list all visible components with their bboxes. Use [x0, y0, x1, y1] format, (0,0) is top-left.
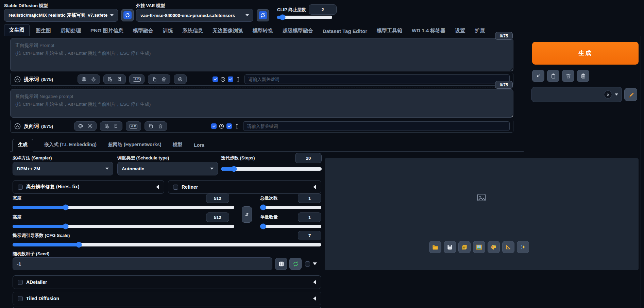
send-to-img2img-button[interactable]: [473, 241, 485, 253]
send-to-inpaint-button[interactable]: [488, 241, 500, 253]
subtab-checkpoints[interactable]: 模型: [172, 139, 183, 151]
slider-handle[interactable]: [260, 205, 266, 210]
tab-settings[interactable]: 设置: [452, 25, 469, 36]
clock-icon[interactable]: [220, 76, 226, 82]
keyword-checkbox-2[interactable]: [228, 76, 233, 82]
copy-icon[interactable]: [148, 123, 154, 129]
prompt-textarea[interactable]: [10, 38, 513, 71]
batch-count-slider[interactable]: [260, 206, 321, 209]
tab-extras[interactable]: 后期处理: [57, 25, 84, 36]
tab-super-merger[interactable]: 超级模型融合: [279, 25, 317, 36]
adetailer-checkbox[interactable]: [18, 280, 23, 285]
generate-button[interactable]: 生成: [532, 42, 639, 65]
clock-icon[interactable]: [219, 123, 224, 129]
delete-trash-icon[interactable]: [161, 76, 167, 82]
seed-extra-checkbox[interactable]: [305, 261, 310, 267]
refiner-checkbox[interactable]: [173, 185, 178, 190]
steps-slider[interactable]: [221, 167, 322, 171]
collapse-chevron-icon[interactable]: [14, 76, 21, 83]
text-cursor-icon[interactable]: [235, 76, 241, 82]
steps-input[interactable]: [295, 153, 322, 163]
tab-infinite-image-browsing[interactable]: 无边图像浏览: [209, 25, 247, 36]
delete-trash-icon[interactable]: [158, 123, 163, 129]
new-keyword-input[interactable]: [244, 74, 510, 84]
slider-handle[interactable]: [63, 205, 69, 210]
tab-extensions[interactable]: 扩展: [471, 25, 488, 36]
slider-handle[interactable]: [63, 224, 69, 229]
tab-txt2img[interactable]: 文生图: [4, 24, 30, 36]
reuse-seed-button[interactable]: [289, 258, 302, 270]
adetailer-accordion[interactable]: ADetailer: [13, 275, 321, 289]
send-to-extras-button[interactable]: [502, 241, 514, 253]
cfg-scale-slider[interactable]: [13, 243, 321, 246]
clear-prompt-button[interactable]: [562, 70, 574, 82]
slider-handle[interactable]: [260, 224, 266, 229]
hires-fix-accordion[interactable]: 高分辨率修复 (Hires. fix): [13, 180, 164, 194]
sd-model-select[interactable]: realistic\majicMIX realistic 麦橘写实_v7.saf…: [4, 9, 118, 22]
tab-wd14-tagger[interactable]: WD 1.4 标签器: [408, 25, 449, 36]
refiner-accordion[interactable]: Refiner: [168, 180, 321, 194]
vae-model-select[interactable]: vae-ft-mse-840000-ema-pruned.safetensors: [136, 9, 253, 22]
translate-icon[interactable]: A B: [130, 124, 137, 129]
history-icon[interactable]: [107, 76, 113, 82]
tab-train[interactable]: 训练: [159, 25, 176, 36]
slider-handle[interactable]: [76, 242, 82, 248]
seed-extra-caret-icon[interactable]: [313, 262, 317, 265]
tab-system-info[interactable]: 系统信息: [179, 25, 206, 36]
negative-prompt-textarea[interactable]: [10, 89, 513, 118]
translate-icon[interactable]: A B: [133, 77, 141, 82]
height-input[interactable]: [206, 212, 229, 222]
sampler-select[interactable]: DPM++ 2M: [13, 162, 113, 175]
open-folder-button[interactable]: [429, 241, 441, 253]
paste-button[interactable]: [547, 70, 559, 82]
settings-gear-icon[interactable]: [91, 76, 96, 82]
random-seed-button[interactable]: [275, 258, 287, 270]
clear-styles-button[interactable]: [604, 90, 612, 99]
edit-styles-button[interactable]: [624, 88, 637, 101]
height-slider[interactable]: [13, 225, 234, 228]
collapse-chevron-icon[interactable]: [14, 123, 21, 130]
batch-count-input[interactable]: [298, 193, 321, 203]
copy-icon[interactable]: [152, 76, 157, 82]
subtab-lora[interactable]: Lora: [193, 140, 205, 151]
clip-skip-slider[interactable]: [277, 16, 332, 19]
hires-fix-checkbox[interactable]: [18, 185, 23, 190]
new-keyword-input[interactable]: [243, 121, 510, 131]
accordion-arrow-icon[interactable]: [313, 185, 316, 189]
apply-styles-button[interactable]: [577, 70, 589, 82]
swap-dimensions-button[interactable]: [242, 206, 252, 223]
history-icon[interactable]: [104, 123, 109, 129]
tab-model-converter[interactable]: 模型转换: [249, 25, 276, 36]
tab-png-info[interactable]: PNG 图片信息: [87, 25, 127, 36]
text-cursor-icon[interactable]: [234, 123, 240, 129]
styles-select[interactable]: [531, 87, 622, 102]
keyword-checkbox-1[interactable]: [213, 76, 218, 82]
clip-skip-input[interactable]: [309, 4, 337, 15]
save-image-button[interactable]: [444, 241, 456, 253]
accordion-arrow-icon[interactable]: [313, 296, 316, 301]
tab-img2img[interactable]: 图生图: [32, 25, 54, 36]
settings-gear-icon[interactable]: [87, 123, 93, 129]
subtab-hypernetworks[interactable]: 超网络 (Hypernetworks): [107, 139, 162, 151]
slider-handle[interactable]: [231, 166, 237, 172]
read-generation-params-button[interactable]: [532, 70, 544, 82]
slider-handle[interactable]: [280, 15, 286, 20]
seed-input[interactable]: [13, 257, 272, 270]
subtab-generation[interactable]: 生成: [12, 139, 33, 152]
keyword-checkbox-1[interactable]: [211, 123, 217, 129]
save-zip-button[interactable]: [458, 241, 471, 253]
tab-checkpoint-merger[interactable]: 模型融合: [130, 25, 157, 36]
batch-size-slider[interactable]: [260, 225, 321, 228]
batch-size-input[interactable]: [298, 212, 321, 222]
upscale-button[interactable]: [517, 241, 529, 253]
output-gallery[interactable]: [325, 158, 639, 270]
vae-refresh-button[interactable]: [257, 9, 269, 21]
sd-model-refresh-button[interactable]: [121, 9, 134, 21]
tab-dataset-tag-editor[interactable]: Dataset Tag Editor: [319, 26, 371, 36]
accordion-arrow-icon[interactable]: [313, 280, 316, 285]
language-globe-icon[interactable]: [78, 123, 83, 129]
width-input[interactable]: [206, 193, 229, 203]
language-globe-icon[interactable]: [81, 76, 87, 82]
schedule-select[interactable]: Automatic: [117, 162, 218, 175]
tiled-diffusion-accordion[interactable]: Tiled Diffusion: [13, 292, 321, 305]
